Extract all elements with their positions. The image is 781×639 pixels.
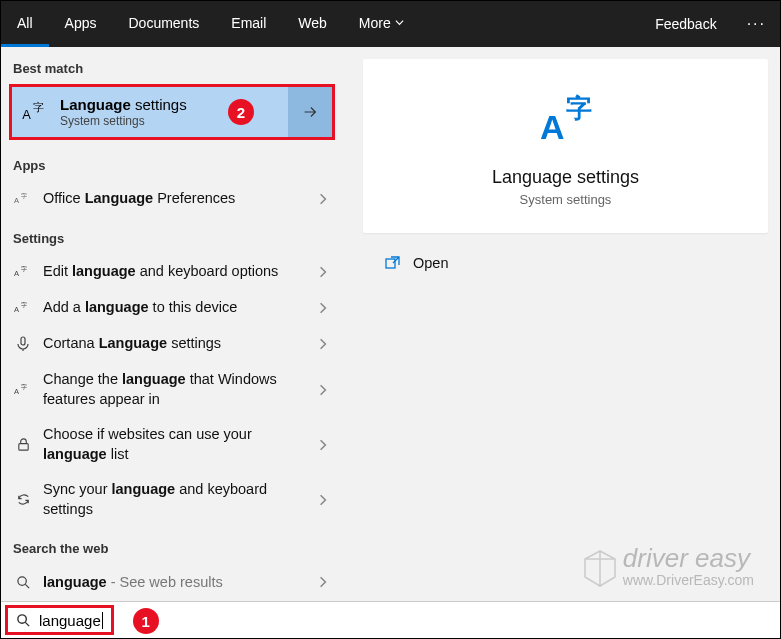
- tab-label: Web: [298, 15, 327, 31]
- tab-apps[interactable]: Apps: [49, 1, 113, 47]
- app-result-item[interactable]: A字 Office Language Preferences: [1, 181, 343, 217]
- result-text: Choose if websites can use your language…: [43, 425, 303, 464]
- expand-button[interactable]: [288, 87, 332, 137]
- setting-result-item[interactable]: A字 Change the language that Windows feat…: [1, 362, 343, 417]
- bm-title-bold: Language: [60, 96, 131, 113]
- chevron-right-icon[interactable]: [313, 266, 333, 278]
- language-icon: A字: [20, 97, 50, 127]
- svg-point-12: [17, 577, 25, 585]
- tab-more[interactable]: More: [343, 1, 420, 47]
- chevron-right-icon[interactable]: [313, 439, 333, 451]
- microphone-icon: [13, 334, 33, 354]
- bm-subtitle: System settings: [60, 114, 187, 128]
- tab-label: Email: [231, 15, 266, 31]
- svg-text:字: 字: [21, 265, 27, 272]
- preview-pane: A字 Language settings System settings Ope…: [351, 47, 780, 603]
- tab-web[interactable]: Web: [282, 1, 343, 47]
- chevron-right-icon[interactable]: [313, 494, 333, 506]
- preview-subtitle: System settings: [520, 192, 612, 207]
- language-icon: A字: [13, 262, 33, 282]
- result-text: language - See web results: [43, 573, 303, 593]
- result-text: Add a language to this device: [43, 298, 303, 318]
- search-bar: language 1: [1, 601, 780, 638]
- result-text: Sync your language and keyboard settings: [43, 480, 303, 519]
- search-box[interactable]: language 1: [5, 605, 114, 635]
- svg-text:A: A: [14, 269, 19, 278]
- svg-text:A: A: [540, 108, 565, 146]
- search-icon: [16, 613, 31, 628]
- preview-title: Language settings: [492, 167, 639, 188]
- settings-rows: A字 Edit language and keyboard options A字…: [1, 254, 343, 527]
- setting-result-item[interactable]: A字 Add a language to this device: [1, 290, 343, 326]
- sync-icon: [13, 490, 33, 510]
- setting-result-item[interactable]: Sync your language and keyboard settings: [1, 472, 343, 527]
- language-icon: A字: [536, 89, 596, 149]
- best-match-item[interactable]: A字 Language settings System settings 2: [9, 84, 335, 140]
- chevron-right-icon[interactable]: [313, 576, 333, 588]
- bm-title-rest: settings: [131, 96, 187, 113]
- result-text: Edit language and keyboard options: [43, 262, 303, 282]
- svg-text:A: A: [22, 107, 31, 122]
- svg-rect-11: [18, 444, 27, 451]
- feedback-button[interactable]: Feedback: [639, 16, 732, 32]
- overflow-menu[interactable]: ···: [733, 15, 780, 33]
- result-text: Cortana Language settings: [43, 334, 303, 354]
- chevron-right-icon[interactable]: [313, 302, 333, 314]
- annotation-step-1: 1: [133, 608, 159, 634]
- svg-text:字: 字: [33, 101, 44, 113]
- best-match-text: Language settings System settings: [60, 96, 187, 128]
- section-apps: Apps: [1, 144, 343, 181]
- svg-rect-8: [21, 337, 25, 345]
- scope-tabs: All Apps Documents Email Web More: [1, 1, 420, 47]
- section-best-match: Best match: [1, 47, 343, 84]
- tab-label: Apps: [65, 15, 97, 31]
- chevron-down-icon: [395, 18, 404, 27]
- results-pane: Best match A字 Language settings System s…: [1, 47, 351, 603]
- svg-text:字: 字: [21, 192, 27, 199]
- svg-text:A: A: [14, 305, 19, 314]
- search-scope-bar: All Apps Documents Email Web More Feedba…: [1, 1, 780, 47]
- lock-icon: [13, 435, 33, 455]
- chevron-right-icon[interactable]: [313, 338, 333, 350]
- language-icon: A字: [13, 380, 33, 400]
- setting-result-item[interactable]: A字 Edit language and keyboard options: [1, 254, 343, 290]
- language-icon: A字: [13, 298, 33, 318]
- result-text: Change the language that Windows feature…: [43, 370, 303, 409]
- apps-rows: A字 Office Language Preferences: [1, 181, 343, 217]
- search-icon: [13, 572, 33, 592]
- feedback-label: Feedback: [655, 16, 716, 32]
- svg-rect-15: [386, 259, 395, 268]
- svg-text:A: A: [14, 386, 19, 395]
- open-action[interactable]: Open: [363, 241, 780, 285]
- search-query: language: [39, 612, 103, 629]
- web-result-item[interactable]: language - See web results: [1, 564, 343, 600]
- action-list: Open: [363, 241, 780, 285]
- preview-card: A字 Language settings System settings: [363, 59, 768, 233]
- open-icon: [385, 255, 401, 271]
- setting-result-item[interactable]: Choose if websites can use your language…: [1, 417, 343, 472]
- section-search-web: Search the web: [1, 527, 343, 564]
- chevron-right-icon[interactable]: [313, 193, 333, 205]
- web-rows: language - See web results: [1, 564, 343, 600]
- result-text: Office Language Preferences: [43, 189, 303, 209]
- open-label: Open: [413, 255, 448, 271]
- arrow-right-icon: [301, 103, 319, 121]
- tab-label: Documents: [128, 15, 199, 31]
- language-icon: A字: [13, 189, 33, 209]
- tab-all[interactable]: All: [1, 1, 49, 47]
- annotation-step-2: 2: [228, 99, 254, 125]
- chevron-right-icon[interactable]: [313, 384, 333, 396]
- tab-documents[interactable]: Documents: [112, 1, 215, 47]
- tab-label: More: [359, 15, 391, 31]
- svg-text:字: 字: [21, 301, 27, 308]
- setting-result-item[interactable]: Cortana Language settings: [1, 326, 343, 362]
- svg-point-16: [18, 614, 26, 622]
- tab-email[interactable]: Email: [215, 1, 282, 47]
- tab-label: All: [17, 15, 33, 31]
- svg-text:字: 字: [21, 382, 27, 389]
- svg-text:字: 字: [566, 93, 592, 123]
- content-area: Best match A字 Language settings System s…: [1, 47, 780, 603]
- section-settings: Settings: [1, 217, 343, 254]
- svg-text:A: A: [14, 196, 19, 205]
